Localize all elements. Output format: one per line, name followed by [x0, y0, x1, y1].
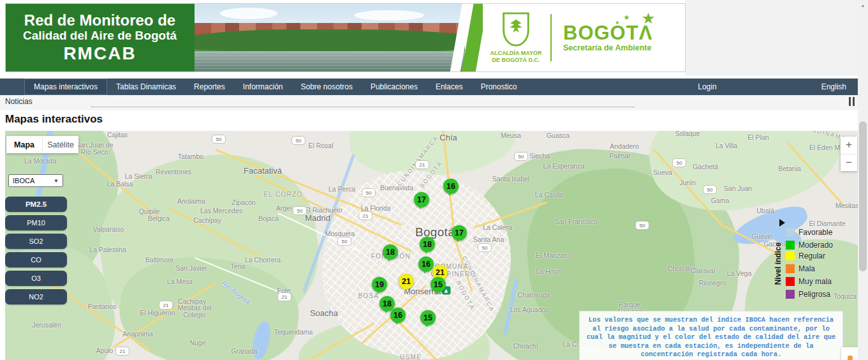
nav-item-reportes[interactable]: Reportes — [185, 79, 234, 95]
legend-color-swatch — [786, 228, 795, 237]
star-icon: ★ — [623, 13, 629, 22]
road-shield: 50 — [291, 136, 305, 145]
alcaldia-shield-icon — [501, 11, 531, 47]
map-place-label: Baltimore — [145, 256, 173, 264]
station-marker[interactable]: 16 — [418, 257, 434, 272]
map-place-label: Gama — [711, 197, 730, 204]
pollutant-button-pm25[interactable]: PM2.5 — [5, 197, 67, 212]
map-place-label: El Riachuelo — [305, 206, 342, 214]
map-place-label: Mesitas — [835, 202, 858, 209]
legend-arrow-icon — [779, 219, 785, 227]
pause-icon[interactable] — [849, 97, 858, 106]
map-place-label: Claraval — [691, 267, 716, 274]
info-box-line: Los valores que se muestran del índice I… — [582, 316, 840, 325]
pollutant-button-no2[interactable]: NO2 — [5, 289, 67, 304]
alcaldia-label-line2: DE BOGOTÁ D.C. — [483, 57, 549, 64]
map-place-label: Reventones — [156, 168, 191, 176]
road-shield: 21 — [115, 347, 129, 356]
tree-band — [195, 29, 465, 54]
nav-item-enlaces[interactable]: Enlaces — [427, 79, 472, 95]
scroll-up-icon[interactable]: ▲ — [858, 0, 868, 10]
chevron-down-icon: ▼ — [54, 178, 59, 184]
station-marker[interactable]: 21 — [399, 274, 414, 289]
pollutant-button-so2[interactable]: SO2 — [5, 234, 67, 249]
street-view-pegman[interactable] — [841, 347, 858, 360]
map-place-label: Chatosuga — [518, 291, 550, 299]
page-title: Mapas interactivos — [5, 113, 103, 126]
language-link-english[interactable]: English — [821, 79, 858, 95]
zoom-out-button[interactable]: − — [841, 154, 857, 172]
map-zoom-control: + − — [841, 137, 857, 171]
header-photo — [195, 4, 465, 71]
station-marker[interactable]: 15 — [430, 277, 446, 292]
station-marker[interactable]: 18 — [420, 237, 435, 252]
road-shield: 50 — [362, 188, 376, 197]
station-marker[interactable]: 16 — [443, 179, 459, 194]
map-place-label: Choachí — [513, 342, 538, 350]
station-marker[interactable]: 16 — [390, 308, 406, 323]
map-place-label: Zipacón — [232, 199, 255, 206]
map-place-label: La Calera — [483, 223, 512, 231]
map-place-label: El Diamante — [809, 220, 845, 227]
nav-item-información[interactable]: Información — [234, 79, 292, 95]
news-ticker-line — [91, 107, 635, 107]
pollutant-button-o3[interactable]: O3 — [5, 271, 67, 286]
map-place-label: Pantanos — [88, 303, 116, 310]
pollutant-button-co[interactable]: CO — [5, 252, 67, 267]
map-place-label: Rionegro — [699, 279, 726, 287]
map-place-label: San Javier — [175, 264, 207, 272]
nav-item-tablas-dinamicas[interactable]: Tablas Dinamicas — [107, 79, 185, 95]
login-link[interactable]: Login — [689, 79, 725, 95]
nav-items: Mapas interactivosTablas DinamicasReport… — [24, 79, 526, 95]
nav-item-sobre-nosotros[interactable]: Sobre nosotros — [292, 79, 362, 95]
station-marker[interactable]: 18 — [383, 244, 398, 260]
info-box-line: cual la magnitud y el color del estado d… — [582, 333, 840, 342]
map-place-label: Colegio — [183, 311, 206, 319]
road-shield: 50 — [672, 158, 686, 167]
legend-item-label: Muy mala — [798, 277, 832, 286]
satellite-tab[interactable]: Satélite — [43, 136, 78, 153]
road-shield: 50 — [212, 135, 226, 144]
news-label: Noticias — [5, 97, 33, 106]
nav-item-mapas-interactivos[interactable]: Mapas interactivos — [24, 79, 107, 95]
station-marker[interactable]: 17 — [452, 225, 467, 241]
map-place-label: La Balsa — [107, 180, 133, 188]
zoom-in-button[interactable]: + — [841, 137, 857, 154]
nav-item-publicaciones[interactable]: Publicaciones — [362, 79, 427, 95]
station-marker[interactable]: 17 — [414, 192, 429, 207]
legend-item: Moderado — [786, 241, 833, 250]
station-marker[interactable]: 19 — [372, 277, 387, 292]
legend-color-swatch — [786, 277, 795, 286]
road-shield: 50 — [635, 221, 649, 230]
index-dropdown[interactable]: IBOCA ▼ — [8, 174, 63, 187]
map-place-label: USME — [400, 354, 422, 360]
map-place-label: Gachetá — [693, 163, 718, 170]
map-place-label: La Perca — [328, 185, 355, 193]
map-place-label: El Plan — [747, 133, 769, 141]
interactive-map[interactable]: CajitasChíaMeusaGuascaSolaqueEl PlanLa V… — [5, 131, 858, 360]
nav-item-pronostico[interactable]: Pronostico — [472, 79, 526, 95]
map-place-label: Buenavista — [380, 184, 413, 191]
logo-divider — [550, 14, 552, 61]
map-tab[interactable]: Mapa — [6, 136, 43, 153]
map-place-label: Tequendama — [274, 328, 313, 336]
legend-item-label: Peligrosa — [798, 290, 830, 299]
map-place-label: Ubalá — [756, 207, 774, 214]
page: Red de Monitoreo de Calidad del Aire de … — [0, 0, 868, 360]
map-place-label: La Chorrera — [245, 256, 281, 264]
cloud-shape — [354, 10, 424, 20]
scrollbar-thumb[interactable] — [859, 121, 867, 271]
map-place-label: Siecha — [529, 152, 550, 160]
pollutant-button-pm10[interactable]: PM10 — [5, 215, 67, 230]
star-icon: ★ — [642, 10, 656, 27]
station-marker[interactable]: 15 — [420, 310, 436, 326]
map-place-label: Jerusalén — [32, 321, 61, 329]
map-place-label: La Casita — [535, 191, 563, 199]
bogota-subtitle: Secretaría de Ambiente — [563, 43, 652, 52]
road-shield: 21 — [277, 292, 291, 301]
map-place-label: Belgica — [148, 214, 170, 222]
legend-item: Peligrosa — [786, 290, 830, 299]
legend-item-label: Favorable — [798, 228, 832, 237]
map-place-label: Palmar — [609, 152, 630, 160]
road-shield: 50 — [337, 237, 351, 246]
